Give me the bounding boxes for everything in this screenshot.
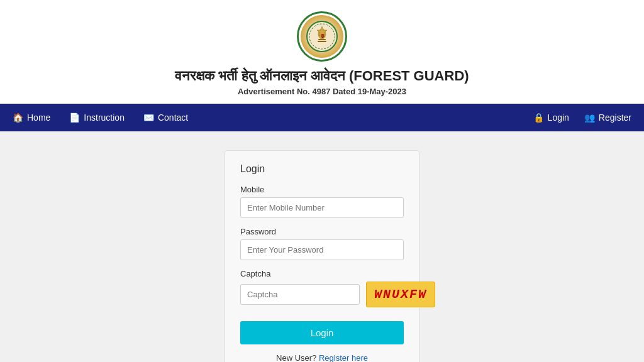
- password-label: Password: [240, 227, 404, 236]
- nav-right: 🔒 Login 👥 Register: [533, 112, 631, 123]
- register-link[interactable]: Register here: [319, 353, 368, 362]
- svg-rect-5: [318, 41, 326, 42]
- mail-icon: ✉️: [143, 112, 154, 123]
- captcha-group: Captcha WNUXFW: [240, 269, 404, 307]
- captcha-image: WNUXFW: [366, 282, 435, 307]
- nav-login[interactable]: 🔒 Login: [533, 112, 569, 123]
- login-title: Login: [240, 163, 404, 175]
- svg-rect-4: [318, 39, 326, 40]
- password-input[interactable]: [240, 239, 404, 260]
- header: 𝕾 वनरक्षक भर्ती हेतु ऑनलाइन आवेदन (FORES…: [0, 0, 644, 104]
- document-icon: 📄: [69, 112, 80, 123]
- login-button[interactable]: Login: [240, 321, 404, 344]
- nav-register[interactable]: 👥 Register: [584, 112, 631, 123]
- logo-emblem: 𝕾: [301, 15, 343, 58]
- lock-icon: 🔒: [533, 112, 544, 123]
- login-card: Login Mobile Password Captcha WNUXFW Log…: [225, 150, 419, 362]
- nav-contact[interactable]: ✉️ Contact: [143, 112, 188, 123]
- nav-instruction[interactable]: 📄 Instruction: [69, 112, 125, 123]
- nav-home[interactable]: 🏠 Home: [13, 112, 50, 123]
- captcha-row: WNUXFW: [240, 282, 404, 307]
- home-icon: 🏠: [13, 112, 23, 123]
- logo: 𝕾: [297, 11, 347, 62]
- captcha-input[interactable]: [240, 284, 360, 305]
- register-icon: 👥: [584, 112, 595, 123]
- main-content: Login Mobile Password Captcha WNUXFW Log…: [0, 131, 644, 362]
- navbar: 🏠 Home 📄 Instruction ✉️ Contact 🔒 Login …: [0, 104, 644, 131]
- password-group: Password: [240, 227, 404, 260]
- captcha-label: Captcha: [240, 269, 404, 278]
- mobile-label: Mobile: [240, 185, 404, 194]
- advertisement-text: Advertisement No. 4987 Dated 19-May-2023: [238, 87, 406, 96]
- mobile-group: Mobile: [240, 185, 404, 218]
- nav-left: 🏠 Home 📄 Instruction ✉️ Contact: [13, 112, 533, 123]
- register-text: New User? Register here: [240, 353, 404, 362]
- mobile-input[interactable]: [240, 197, 404, 218]
- site-title: वनरक्षक भर्ती हेतु ऑनलाइन आवेदन (FOREST …: [175, 68, 469, 84]
